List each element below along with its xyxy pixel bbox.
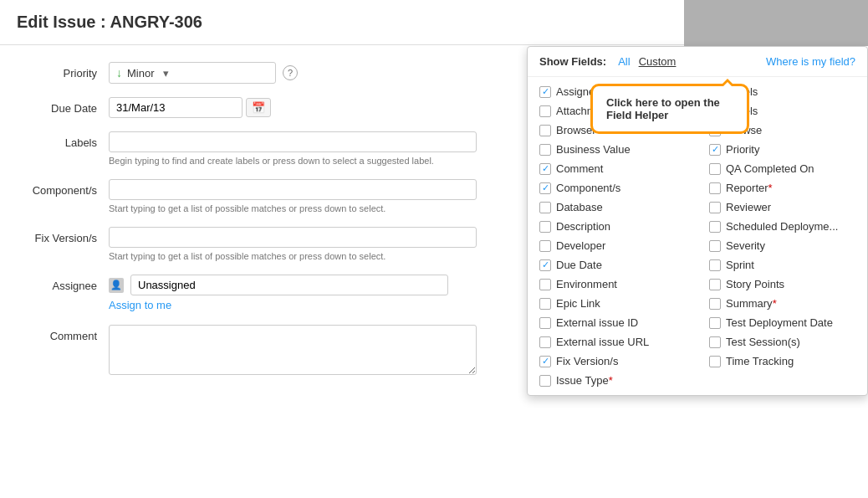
field-name: Story Points bbox=[726, 278, 784, 290]
field-item-right-10[interactable]: Story Points bbox=[702, 275, 862, 294]
field-checkbox[interactable]: ✓ bbox=[539, 356, 551, 367]
field-item-left-7[interactable]: Description bbox=[533, 217, 692, 236]
field-name: Description bbox=[556, 220, 610, 233]
field-checkbox[interactable] bbox=[709, 317, 721, 329]
field-name: Test Deployment Date bbox=[726, 316, 833, 329]
field-item-right-8[interactable]: Severity bbox=[702, 236, 862, 255]
field-checkbox[interactable] bbox=[539, 125, 551, 136]
field-checkbox[interactable] bbox=[709, 221, 721, 233]
field-item-left-6[interactable]: Database bbox=[533, 198, 692, 217]
field-checkbox[interactable] bbox=[539, 144, 551, 156]
gray-top-bar bbox=[684, 0, 868, 46]
field-item-left-5[interactable]: ✓Component/s bbox=[533, 178, 692, 198]
components-control: Start typing to get a list of possible m… bbox=[109, 179, 493, 213]
due-date-label: Due Date bbox=[17, 97, 109, 115]
field-item-left-15[interactable]: Issue Type* bbox=[533, 371, 692, 390]
field-checkbox[interactable] bbox=[709, 163, 721, 175]
field-checkbox[interactable]: ✓ bbox=[709, 144, 721, 156]
due-date-control: 📅 bbox=[109, 97, 493, 118]
labels-label: Labels bbox=[17, 131, 109, 149]
field-helper-callout[interactable]: Click here to open the Field Helper bbox=[590, 84, 749, 134]
field-checkbox[interactable] bbox=[709, 298, 721, 310]
field-name: Reviewer bbox=[726, 201, 771, 213]
field-checkbox[interactable] bbox=[709, 279, 721, 290]
calendar-icon[interactable]: 📅 bbox=[246, 98, 271, 117]
field-checkbox[interactable] bbox=[539, 336, 551, 348]
field-item-right-14[interactable]: Time Tracking bbox=[702, 352, 862, 371]
field-item-right-6[interactable]: Reviewer bbox=[702, 198, 862, 217]
field-item-right-7[interactable]: Scheduled Deployme... bbox=[702, 217, 862, 236]
field-name: Database bbox=[556, 201, 603, 213]
field-name: Developer bbox=[556, 239, 605, 252]
priority-select[interactable]: ↓ Minor ▾ bbox=[109, 62, 276, 84]
field-checkbox[interactable] bbox=[539, 105, 551, 117]
priority-control: ↓ Minor ▾ ? bbox=[109, 62, 493, 84]
field-item-left-8[interactable]: Developer bbox=[533, 236, 692, 255]
show-fields-label: Show Fields: bbox=[539, 55, 606, 68]
field-item-right-13[interactable]: Test Session(s) bbox=[702, 332, 862, 352]
field-name: Epic Link bbox=[556, 297, 600, 310]
field-checkbox[interactable] bbox=[539, 221, 551, 233]
field-item-right-12[interactable]: Test Deployment Date bbox=[702, 313, 862, 332]
field-item-right-9[interactable]: Sprint bbox=[702, 255, 862, 275]
field-checkbox[interactable] bbox=[709, 336, 721, 348]
assignee-field-row: 👤 bbox=[109, 275, 493, 295]
field-item-left-10[interactable]: Environment bbox=[533, 275, 692, 294]
components-input[interactable] bbox=[109, 179, 477, 200]
field-checkbox[interactable] bbox=[709, 182, 721, 194]
tab-all[interactable]: All bbox=[618, 55, 630, 68]
comment-textarea[interactable] bbox=[109, 325, 477, 375]
field-checkbox[interactable] bbox=[539, 240, 551, 252]
assignee-input[interactable] bbox=[130, 275, 448, 295]
fix-version-hint: Start typing to get a list of possible m… bbox=[109, 251, 493, 261]
priority-field-row: ↓ Minor ▾ ? bbox=[109, 62, 493, 84]
field-checkbox[interactable] bbox=[539, 375, 551, 387]
field-name: External issue URL bbox=[556, 336, 649, 348]
fix-version-input[interactable] bbox=[109, 227, 477, 248]
tab-custom[interactable]: Custom bbox=[639, 55, 677, 68]
field-checkbox[interactable] bbox=[709, 356, 721, 367]
field-item-left-13[interactable]: External issue URL bbox=[533, 332, 692, 352]
priority-help-icon[interactable]: ? bbox=[283, 65, 298, 80]
labels-input[interactable] bbox=[109, 131, 477, 152]
field-item-right-11[interactable]: Summary* bbox=[702, 294, 862, 313]
field-name: Sprint bbox=[726, 259, 754, 271]
field-item-left-14[interactable]: ✓Fix Version/s bbox=[533, 352, 692, 371]
field-item-left-12[interactable]: External issue ID bbox=[533, 313, 692, 332]
fix-version-control: Start typing to get a list of possible m… bbox=[109, 227, 493, 261]
field-name: Due Date bbox=[556, 259, 602, 271]
field-checkbox[interactable] bbox=[709, 240, 721, 252]
assign-to-me-link[interactable]: Assign to me bbox=[109, 299, 493, 311]
field-checkbox[interactable] bbox=[709, 202, 721, 213]
field-name: Test Session(s) bbox=[726, 336, 800, 348]
field-checkbox[interactable]: ✓ bbox=[539, 182, 551, 194]
components-label: Component/s bbox=[17, 179, 109, 197]
due-date-input[interactable] bbox=[109, 97, 243, 118]
page-wrapper: Edit Issue : ANGRY-306 ⚙ Configure Field… bbox=[0, 0, 868, 498]
labels-control: Begin typing to find and create labels o… bbox=[109, 131, 493, 166]
field-item-left-4[interactable]: ✓Comment bbox=[533, 159, 692, 178]
components-hint: Start typing to get a list of possible m… bbox=[109, 203, 493, 213]
field-checkbox[interactable]: ✓ bbox=[539, 259, 551, 271]
where-is-my-field-link[interactable]: Where is my field? bbox=[766, 55, 855, 68]
field-checkbox[interactable]: ✓ bbox=[539, 86, 551, 98]
dropdown-header: Show Fields: All Custom Where is my fiel… bbox=[528, 47, 867, 77]
field-checkbox[interactable] bbox=[539, 202, 551, 213]
field-checkbox[interactable] bbox=[539, 298, 551, 310]
field-name: Time Tracking bbox=[726, 355, 794, 367]
field-checkbox[interactable] bbox=[539, 317, 551, 329]
field-checkbox[interactable] bbox=[709, 259, 721, 271]
field-name: Fix Version/s bbox=[556, 355, 618, 367]
field-item-right-4[interactable]: QA Completed On bbox=[702, 159, 862, 178]
field-item-left-3[interactable]: Business Value bbox=[533, 140, 692, 159]
field-name: Scheduled Deployme... bbox=[726, 220, 838, 233]
priority-label: Priority bbox=[17, 62, 109, 80]
field-checkbox[interactable]: ✓ bbox=[539, 163, 551, 175]
field-item-right-5[interactable]: Reporter* bbox=[702, 178, 862, 198]
date-input-row: 📅 bbox=[109, 97, 493, 118]
field-item-left-9[interactable]: ✓Due Date bbox=[533, 255, 692, 275]
field-item-left-11[interactable]: Epic Link bbox=[533, 294, 692, 313]
field-item-right-3[interactable]: ✓Priority bbox=[702, 140, 862, 159]
field-checkbox[interactable] bbox=[539, 279, 551, 290]
field-name: Environment bbox=[556, 278, 617, 290]
